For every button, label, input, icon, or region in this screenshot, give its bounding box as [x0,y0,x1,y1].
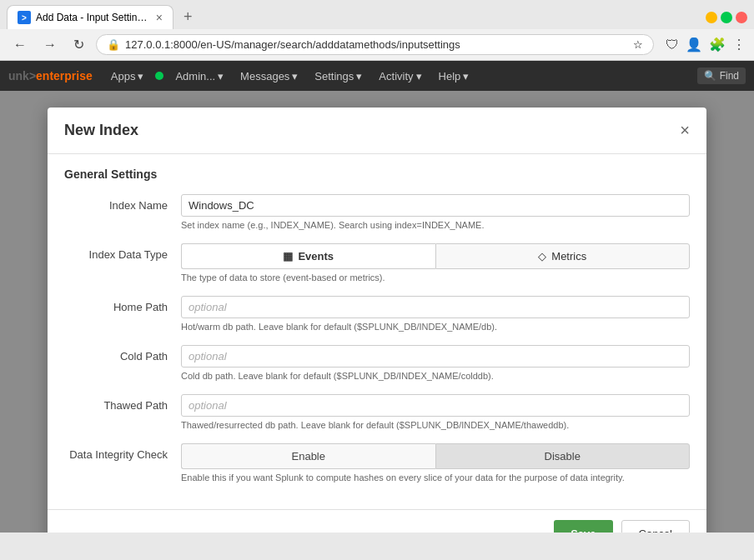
logo-enterprise: enterprise [36,69,93,82]
data-integrity-toggle-group: Enable Disable [181,443,690,469]
chevron-down-icon: ▾ [138,70,143,82]
index-name-control: Set index name (e.g., INDEX_NAME). Searc… [181,194,690,230]
new-tab-button[interactable]: + [177,7,199,28]
index-name-label: Index Name [64,194,181,212]
modal-overlay: New Index × General Settings Index Name … [0,91,754,532]
cold-path-input[interactable] [181,345,690,368]
data-integrity-row: Data Integrity Check Enable Disable Enab… [64,443,690,482]
data-integrity-control: Enable Disable Enable this if you want S… [181,443,690,482]
find-box[interactable]: 🔍 Find [697,68,746,84]
cold-path-label: Cold Path [64,345,181,362]
chevron-down-icon: ▾ [356,70,362,82]
thawed-path-input[interactable] [181,394,690,417]
app-logo: unk>enterprise [8,69,93,82]
home-path-input[interactable] [181,296,690,318]
tab-bar: > Add Data - Input Settings × + [0,0,754,29]
home-path-row: Home Path Hot/warm db path. Leave blank … [64,296,690,332]
data-integrity-label: Data Integrity Check [64,443,181,461]
maximize-button[interactable] [721,12,732,23]
apps-menu[interactable]: Apps ▾ [103,63,153,89]
url-text: 127.0.0.1:8000/en-US/manager/search/addd… [125,38,628,51]
index-data-type-row: Index Data Type ▦ Events ◇ Metrics [64,243,690,282]
status-indicator [155,72,163,80]
logo-splunk: unk> [8,69,36,82]
shield-icon[interactable]: 🛡 [666,38,679,52]
events-icon: ▦ [283,250,293,262]
index-name-row: Index Name Set index name (e.g., INDEX_N… [64,194,690,230]
section-title: General Settings [64,168,690,181]
cold-path-control: Cold db path. Leave blank for default ($… [181,345,690,381]
new-index-modal: New Index × General Settings Index Name … [48,108,706,532]
settings-menu[interactable]: Settings ▾ [306,63,370,89]
window-controls [706,12,747,23]
tab-close-button[interactable]: × [156,11,163,24]
star-icon[interactable]: ☆ [633,38,643,51]
metrics-toggle-button[interactable]: ◇ Metrics [435,243,691,269]
data-type-help: The type of data to store (event-based o… [181,272,690,282]
chevron-down-icon: ▾ [292,70,298,82]
tab-favicon: > [18,11,31,24]
tab-title: Add Data - Input Settings [36,12,148,23]
modal-footer: Save Cancel [48,509,706,532]
thawed-path-row: Thawed Path Thawed/resurrected db path. … [64,394,690,430]
cancel-button[interactable]: Cancel [621,520,690,532]
home-path-help: Hot/warm db path. Leave blank for defaul… [181,322,690,332]
modal-close-button[interactable]: × [680,121,690,140]
index-data-type-label: Index Data Type [64,243,181,261]
index-name-input[interactable] [181,194,690,217]
home-path-control: Hot/warm db path. Leave blank for defaul… [181,296,690,332]
metrics-icon: ◇ [538,250,546,262]
enable-integrity-button[interactable]: Enable [181,443,435,469]
help-menu[interactable]: Help ▾ [430,63,478,89]
lock-icon: 🔒 [107,38,120,51]
thawed-path-label: Thawed Path [64,394,181,412]
menu-icon[interactable]: ⋮ [732,37,746,52]
nav-right: 🔍 Find [697,68,746,84]
cold-path-help: Cold db path. Leave blank for default ($… [181,371,690,381]
thawed-path-control: Thawed/resurrected db path. Leave blank … [181,394,690,430]
messages-menu[interactable]: Messages ▾ [232,63,306,89]
profile-icon[interactable]: 👤 [686,37,702,52]
chevron-down-icon: ▾ [218,70,224,82]
admin-menu[interactable]: Admin... ▾ [167,63,232,89]
data-integrity-help: Enable this if you want Splunk to comput… [181,472,690,482]
chevron-down-icon: ▾ [463,70,469,82]
activity-menu[interactable]: Activity ▾ [370,63,430,89]
browser-icons: 🛡 👤 🧩 ⋮ [666,37,746,52]
modal-header: New Index × [48,108,706,154]
back-button[interactable]: ← [8,36,32,54]
disable-integrity-button[interactable]: Disable [435,443,691,469]
home-path-label: Home Path [64,296,181,313]
page-background: New Index × General Settings Index Name … [0,91,754,532]
address-bar-row: ← → ↻ 🔒 127.0.0.1:8000/en-US/manager/sea… [0,29,754,60]
app-navbar: unk>enterprise Apps ▾ Admin... ▾ Message… [0,61,754,91]
refresh-button[interactable]: ↻ [68,35,89,54]
chevron-down-icon: ▾ [416,70,422,82]
thawed-path-help: Thawed/resurrected db path. Leave blank … [181,420,690,430]
browser-chrome: > Add Data - Input Settings × + ← → ↻ 🔒 … [0,0,754,61]
modal-body: General Settings Index Name Set index na… [48,154,706,509]
save-button[interactable]: Save [554,520,612,532]
events-toggle-button[interactable]: ▦ Events [181,243,435,269]
index-data-type-control: ▦ Events ◇ Metrics The type of data to s… [181,243,690,282]
address-bar[interactable]: 🔒 127.0.0.1:8000/en-US/manager/search/ad… [96,34,654,55]
search-icon: 🔍 [704,70,716,82]
modal-title: New Index [64,122,138,139]
index-name-help: Set index name (e.g., INDEX_NAME). Searc… [181,220,690,230]
data-type-toggle-group: ▦ Events ◇ Metrics [181,243,690,269]
active-tab[interactable]: > Add Data - Input Settings × [7,5,173,29]
minimize-button[interactable] [706,12,717,23]
extensions-icon[interactable]: 🧩 [709,37,726,52]
cold-path-row: Cold Path Cold db path. Leave blank for … [64,345,690,381]
forward-button[interactable]: → [38,36,62,54]
close-window-button[interactable] [736,12,747,23]
